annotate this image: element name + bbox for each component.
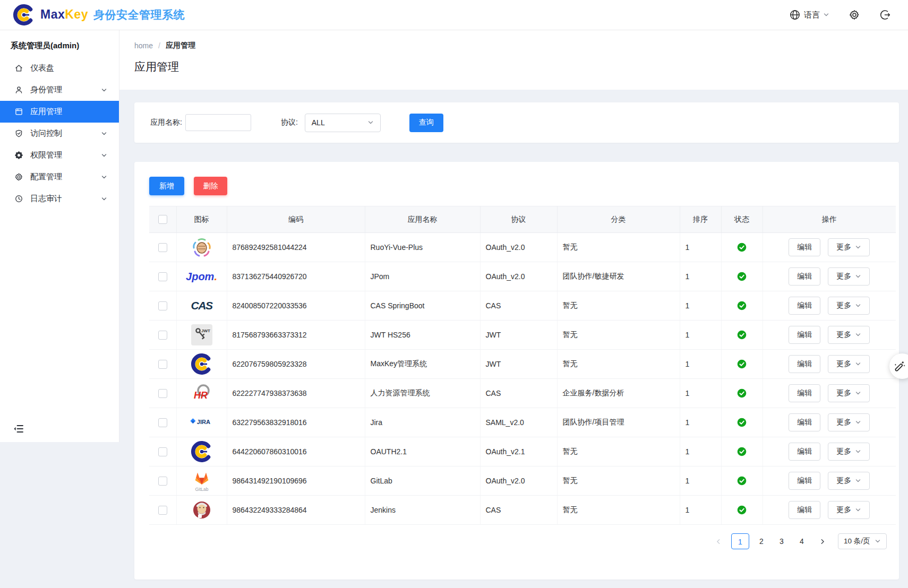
row-checkbox[interactable] <box>158 477 167 486</box>
more-button[interactable]: 更多 <box>828 326 870 344</box>
column-header: 协议 <box>480 206 557 233</box>
edit-button[interactable]: 编辑 <box>789 384 820 402</box>
svg-text:JIRA: JIRA <box>196 419 210 425</box>
magic-wand-icon <box>893 360 906 373</box>
ruoyi-app-icon <box>189 235 215 260</box>
more-button[interactable]: 更多 <box>828 501 870 519</box>
status-enabled-icon <box>737 359 747 369</box>
apps-table: 图标编码应用名称协议分类排序状态操作 876892492581044224 Ru… <box>149 206 896 525</box>
add-button[interactable]: 新增 <box>149 177 184 195</box>
status-enabled-icon <box>737 447 747 456</box>
chevron-down-icon <box>855 448 861 455</box>
logout-icon[interactable] <box>879 9 891 21</box>
more-button[interactable]: 更多 <box>828 297 870 315</box>
row-checkbox[interactable] <box>158 389 167 398</box>
brand-title-secondary: Key <box>65 7 88 21</box>
app-name-input[interactable] <box>185 114 251 131</box>
shield-icon <box>14 129 23 138</box>
status-enabled-icon <box>737 388 747 398</box>
app-name: GitLab <box>365 466 480 496</box>
delete-button[interactable]: 删除 <box>194 177 227 195</box>
language-menu[interactable]: 语言 <box>789 9 829 21</box>
more-button[interactable]: 更多 <box>828 267 870 286</box>
row-checkbox[interactable] <box>158 301 167 310</box>
breadcrumb-home-link[interactable]: home <box>134 41 153 50</box>
row-checkbox[interactable] <box>158 447 167 456</box>
sidebar-item-dashboard[interactable]: 仪表盘 <box>0 57 119 79</box>
column-header: 排序 <box>680 206 721 233</box>
more-button[interactable]: 更多 <box>828 443 870 461</box>
more-button[interactable]: 更多 <box>828 384 870 402</box>
edit-button[interactable]: 编辑 <box>789 413 820 431</box>
chevron-down-icon <box>855 361 861 367</box>
page-button-1[interactable]: 1 <box>731 533 749 549</box>
app-protocol: JWT <box>480 350 557 379</box>
row-checkbox[interactable] <box>158 243 167 252</box>
more-button[interactable]: 更多 <box>828 413 870 431</box>
app-sort: 1 <box>680 291 721 321</box>
status-enabled-icon <box>737 272 747 281</box>
sidebar-item-apps[interactable]: 应用管理 <box>0 101 119 123</box>
edit-button[interactable]: 编辑 <box>789 355 820 373</box>
select-all-checkbox[interactable] <box>158 215 167 224</box>
sidebar-collapse-button[interactable] <box>13 423 24 435</box>
sidebar-item-identity[interactable]: 身份管理 <box>0 79 119 101</box>
search-button[interactable]: 查询 <box>409 114 443 132</box>
more-button[interactable]: 更多 <box>828 355 870 373</box>
table-row: 644220607860310016 OAUTH2.1 OAuth_v2.1 暂… <box>149 437 896 466</box>
sidebar-item-label: 应用管理 <box>30 107 62 117</box>
table-row: CAS 824008507220033536 CAS SpringBoot CA… <box>149 291 896 321</box>
edit-button[interactable]: 编辑 <box>789 472 820 490</box>
sidebar-item-permission[interactable]: 权限管理 <box>0 144 119 166</box>
more-button[interactable]: 更多 <box>828 472 870 490</box>
sidebar-item-access[interactable]: 访问控制 <box>0 123 119 144</box>
brand: MaxKey身份安全管理系统 <box>0 4 185 26</box>
edit-button[interactable]: 编辑 <box>789 297 820 315</box>
page-size-select[interactable]: 10 条/页 <box>838 533 887 549</box>
more-button[interactable]: 更多 <box>828 238 870 256</box>
app-sort: 1 <box>680 408 721 437</box>
edit-button[interactable]: 编辑 <box>789 501 820 519</box>
next-page-button[interactable] <box>819 538 826 545</box>
row-checkbox[interactable] <box>158 331 167 340</box>
chevron-down-icon <box>101 174 107 180</box>
row-checkbox[interactable] <box>158 506 167 515</box>
app-protocol: OAuth_v2.0 <box>480 233 557 262</box>
app-sort: 1 <box>680 437 721 466</box>
edit-button[interactable]: 编辑 <box>789 443 820 461</box>
row-checkbox[interactable] <box>158 418 167 427</box>
page-title: 应用管理 <box>134 59 908 74</box>
table-row: 986432249333284864 Jenkins CAS 暂无 1 编辑 更… <box>149 496 896 525</box>
more-button-label: 更多 <box>836 418 851 427</box>
app-code: 837136275440926720 <box>227 262 365 291</box>
sidebar-item-label: 配置管理 <box>30 172 62 182</box>
sidebar-item-audit[interactable]: 日志审计 <box>0 188 119 210</box>
apps-panel: 新增 删除 图标编码应用名称协议分类排序状态操作 <box>134 162 899 580</box>
column-header: 状态 <box>721 206 763 233</box>
protocol-select-value: ALL <box>312 118 325 127</box>
svg-text:GitLab: GitLab <box>195 487 208 492</box>
more-button-label: 更多 <box>836 447 851 456</box>
status-enabled-icon <box>737 476 747 486</box>
table-row: 622076759805923328 MaxKey管理系统 JWT 暂无 1 编… <box>149 350 896 379</box>
app-sort: 1 <box>680 233 721 262</box>
status-enabled-icon <box>737 301 747 310</box>
page-button-2[interactable]: 2 <box>753 533 769 549</box>
column-header: 操作 <box>763 206 896 233</box>
edit-button[interactable]: 编辑 <box>789 267 820 286</box>
app-name: Jenkins <box>365 496 480 525</box>
sidebar-item-config[interactable]: 配置管理 <box>0 166 119 188</box>
page-button-4[interactable]: 4 <box>794 533 810 549</box>
sidebar: 系统管理员(admin) 仪表盘 身份管理 应用管理 访问控制 权限管理 配置管… <box>0 30 119 442</box>
chevron-down-icon <box>101 196 107 202</box>
more-button-label: 更多 <box>836 388 851 398</box>
edit-button[interactable]: 编辑 <box>789 238 820 256</box>
row-checkbox[interactable] <box>158 360 167 369</box>
protocol-select[interactable]: ALL <box>305 114 381 132</box>
page-button-3[interactable]: 3 <box>774 533 790 549</box>
prev-page-button[interactable] <box>715 538 722 545</box>
row-checkbox[interactable] <box>158 272 167 281</box>
edit-button[interactable]: 编辑 <box>789 326 820 344</box>
apps-icon <box>14 107 23 116</box>
settings-gear-icon[interactable] <box>849 9 860 21</box>
